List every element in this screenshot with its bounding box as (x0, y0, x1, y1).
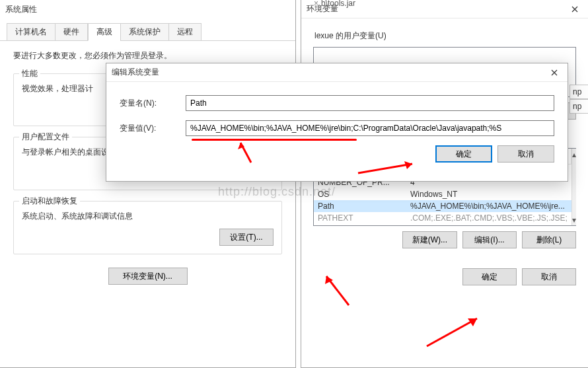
edit-system-variable-dialog: 编辑系统变量 变量名(N): 变量值(V): 确定 取消 (106, 63, 568, 182)
file-tab-label: b\tools.jar (321, 0, 355, 8)
sysprops-title: 系统属性 (5, 4, 290, 15)
scroll-down-button[interactable]: ▾ (572, 214, 576, 225)
truncated-row-1: np (570, 85, 588, 99)
var-value-label: 变量值(V): (120, 123, 186, 134)
sysprops-tabs: 计算机名 硬件 高级 系统保护 远程 (0, 18, 295, 41)
sysvars-scrollbar[interactable]: ▴ ▾ (571, 149, 576, 225)
group-performance-title: 性能 (19, 68, 40, 79)
editdlg-ok-button[interactable]: 确定 (435, 145, 492, 163)
envwin-cancel-button[interactable]: 取消 (522, 268, 576, 285)
group-startup-recovery: 启动和故障恢复 系统启动、系统故障和调试信息 设置(T)... (13, 201, 282, 254)
sysvar-row-path[interactable]: Path%JAVA_HOME%\bin;%JAVA_HOME%\jre... (314, 200, 571, 212)
truncated-row-2: np (570, 99, 588, 114)
editdlg-cancel-button[interactable]: 取消 (497, 145, 554, 163)
close-icon (551, 69, 558, 76)
sysvar-row[interactable]: OSWindows_NT (314, 188, 571, 200)
sys-new-button[interactable]: 新建(W)... (402, 231, 457, 248)
tab-hardware[interactable]: 硬件 (55, 23, 88, 41)
boot-settings-button[interactable]: 设置(T)... (219, 229, 274, 246)
watermark-text: http://blog.csdn.net/ (218, 185, 336, 199)
editdlg-body: 变量名(N): 变量值(V): 确定 取消 (106, 82, 568, 172)
editdlg-titlebar: 编辑系统变量 (106, 63, 568, 82)
file-tab-close-icon: × (314, 0, 318, 8)
admin-hint: 要进行大多数更改，您必须作为管理员登录。 (13, 50, 282, 61)
sysvar-row[interactable]: PATHEXT.COM;.EXE;.BAT;.CMD;.VBS;.VBE;.JS… (314, 212, 571, 224)
var-value-input[interactable] (186, 120, 554, 136)
scroll-up-button[interactable]: ▴ (572, 149, 576, 160)
sysprops-titlebar: 系统属性 (0, 0, 295, 18)
group-boot-title: 启动和故障恢复 (19, 196, 80, 207)
sys-edit-button[interactable]: 编辑(I)... (462, 231, 517, 248)
tab-system-protection[interactable]: 系统保护 (120, 23, 169, 41)
group-boot-desc: 系统启动、系统故障和调试信息 (22, 211, 274, 222)
tab-remote[interactable]: 远程 (168, 23, 202, 41)
tab-advanced[interactable]: 高级 (88, 23, 121, 41)
system-properties-window: 系统属性 计算机名 硬件 高级 系统保护 远程 要进行大多数更改，您必须作为管理… (0, 0, 296, 368)
background-file-tab: × b\tools.jar (314, 0, 355, 8)
envwin-close-button[interactable] (562, 0, 588, 18)
environment-variables-window: 环境变量 lexue 的用户变量(U) 除(D) 系统变量(S) 变量 值 JA… (301, 0, 588, 368)
editdlg-title: 编辑系统变量 (112, 67, 562, 78)
environment-variables-button[interactable]: 环境变量(N)... (108, 268, 188, 285)
var-name-input[interactable] (186, 95, 554, 111)
user-vars-label: lexue 的用户变量(U) (314, 30, 576, 42)
group-user-title: 用户配置文件 (19, 131, 72, 143)
annotation-underline (192, 139, 357, 141)
editdlg-close-button[interactable] (541, 63, 568, 82)
var-name-label: 变量名(N): (120, 98, 186, 109)
sys-delete-button[interactable]: 删除(L) (522, 231, 576, 248)
close-icon (571, 6, 578, 13)
tab-computer-name[interactable]: 计算机名 (7, 23, 55, 41)
envwin-ok-button[interactable]: 确定 (462, 268, 517, 285)
